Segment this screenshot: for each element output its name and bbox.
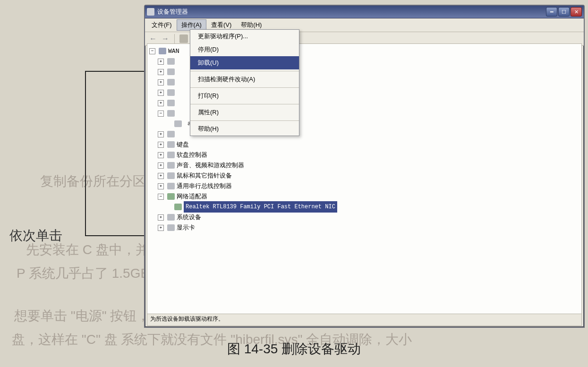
nav-forward-button[interactable]: →: [160, 34, 170, 44]
collapse-icon[interactable]: −: [158, 111, 164, 117]
computer-icon: [159, 48, 166, 54]
device-icon: [167, 100, 175, 106]
expand-icon[interactable]: +: [158, 162, 164, 169]
tree-node-display[interactable]: +显示卡: [149, 222, 579, 233]
floppy-icon: [167, 152, 175, 158]
menu-separator: [190, 87, 299, 88]
tree-root-label: WAN: [168, 46, 179, 56]
expand-icon[interactable]: +: [158, 173, 164, 179]
maximize-button[interactable]: ☐: [558, 7, 570, 17]
display-icon: [167, 224, 175, 231]
tree-label: 键盘: [177, 139, 189, 150]
tree-node-nic[interactable]: Realtek RTL8139 Family PCI Fast Ethernet…: [149, 202, 579, 212]
tree-node-system[interactable]: +系统设备: [149, 212, 579, 222]
minimize-button[interactable]: ━: [546, 7, 557, 17]
tree-label-selected: Realtek RTL8139 Family PCI Fast Ethernet…: [184, 201, 337, 213]
keyboard-icon: [167, 141, 175, 148]
tree-node-usb[interactable]: +通用串行总线控制器: [149, 181, 579, 191]
network-icon: [167, 193, 175, 200]
menu-separator: [190, 104, 299, 104]
device-icon: [167, 68, 175, 75]
toolbar-icon[interactable]: [179, 34, 189, 44]
collapse-icon[interactable]: −: [158, 194, 164, 200]
separator: [174, 34, 175, 43]
tree-node-keyboard[interactable]: +键盘: [149, 139, 579, 150]
expand-icon[interactable]: +: [158, 59, 164, 65]
expand-icon[interactable]: +: [158, 214, 164, 221]
nic-icon: [174, 204, 182, 210]
menu-update-driver[interactable]: 更新驱动程序(P)...: [190, 30, 299, 43]
device-icon: [174, 120, 182, 127]
expand-icon[interactable]: +: [158, 142, 164, 148]
device-icon: [167, 110, 175, 117]
menu-scan-hardware[interactable]: 扫描检测硬件改动(A): [190, 73, 299, 86]
menu-print[interactable]: 打印(R): [190, 89, 299, 102]
device-icon: [167, 89, 175, 96]
tree-label: 软盘控制器: [177, 150, 207, 160]
mouse-icon: [167, 172, 175, 179]
statusbar-text: 为所选设备卸载该驱动程序。: [150, 316, 224, 322]
titlebar[interactable]: 设备管理器 ━ ☐ ✕: [145, 6, 584, 18]
action-dropdown: 更新驱动程序(P)... 停用(D) 卸载(U) 扫描检测硬件改动(A) 打印(…: [190, 29, 299, 136]
tree-label: 网络适配器: [177, 191, 207, 202]
close-button[interactable]: ✕: [571, 7, 582, 17]
tree-node-mouse[interactable]: +鼠标和其它指针设备: [149, 171, 579, 181]
nav-back-button[interactable]: ←: [148, 34, 158, 44]
tree-label: 通用串行总线控制器: [177, 181, 232, 191]
menu-separator: [190, 71, 299, 71]
menu-separator: [190, 120, 299, 121]
menu-properties[interactable]: 属性(R): [190, 106, 299, 119]
tree-label: 声音、视频和游戏控制器: [177, 160, 244, 171]
statusbar: 为所选设备卸载该驱动程序。: [147, 314, 582, 326]
tree-label: 系统设备: [177, 212, 201, 222]
expand-icon[interactable]: +: [158, 183, 164, 189]
menu-uninstall[interactable]: 卸载(U): [190, 56, 299, 69]
expand-icon[interactable]: +: [158, 69, 164, 75]
device-icon: [167, 79, 175, 85]
usb-icon: [167, 183, 175, 189]
expand-icon[interactable]: +: [158, 79, 164, 85]
collapse-icon[interactable]: −: [149, 48, 155, 54]
expand-icon[interactable]: +: [158, 100, 164, 106]
device-icon: [167, 58, 175, 65]
window-title: 设备管理器: [157, 8, 188, 16]
expand-icon[interactable]: +: [158, 152, 164, 158]
menu-disable[interactable]: 停用(D): [190, 43, 299, 56]
system-icon: [167, 214, 175, 221]
sound-icon: [167, 162, 175, 169]
tree-label: 显示卡: [177, 222, 195, 233]
arrow-line: [85, 71, 86, 236]
app-icon: [147, 8, 154, 16]
menu-file[interactable]: 文件(F): [147, 19, 177, 31]
expand-icon[interactable]: +: [158, 225, 164, 231]
tree-node-network[interactable]: −网络适配器: [149, 191, 579, 202]
expand-icon[interactable]: +: [158, 90, 164, 96]
menu-help[interactable]: 帮助(H): [190, 122, 299, 136]
figure-caption: 图 14-35 删除设备驱动: [0, 340, 588, 358]
device-manager-window: 设备管理器 ━ ☐ ✕ 文件(F) 操作(A) 查看(V) 帮助(H) ← → …: [144, 5, 585, 328]
tree-label: 鼠标和其它指针设备: [177, 171, 232, 181]
expand-icon[interactable]: +: [158, 131, 164, 137]
tree-node-sound[interactable]: +声音、视频和游戏控制器: [149, 160, 579, 171]
device-icon: [167, 131, 175, 137]
annotation-label: 依次单击: [9, 227, 62, 245]
tree-node-floppy[interactable]: +软盘控制器: [149, 150, 579, 160]
